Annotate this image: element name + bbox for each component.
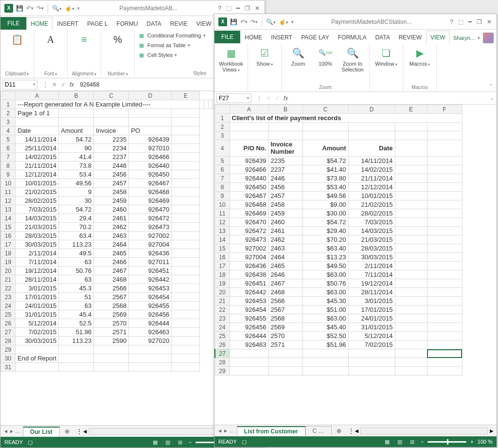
qat-customize[interactable]: ▾	[291, 19, 294, 24]
cell-C20[interactable]: 2467	[94, 267, 129, 275]
cell-A23[interactable]: 926455	[230, 314, 268, 323]
expand-formula-bar[interactable]: ⌄	[487, 95, 497, 101]
hscroll-left[interactable]: ◄	[354, 428, 360, 434]
cell-B29[interactable]	[268, 367, 302, 376]
cell-F27[interactable]	[427, 349, 462, 358]
cell-E6[interactable]	[395, 165, 427, 174]
help-button[interactable]: ?	[450, 18, 453, 25]
cell-E5[interactable]	[395, 157, 427, 165]
cell-B2[interactable]	[268, 123, 302, 131]
cell-E9[interactable]	[395, 192, 427, 200]
cell-B30[interactable]	[59, 354, 94, 363]
cell-C15[interactable]: 2462	[94, 223, 129, 232]
cell-A25[interactable]: 31/01/2015	[16, 310, 59, 319]
cell-C26[interactable]: 2570	[94, 319, 129, 328]
cell-C2[interactable]	[302, 123, 348, 131]
cell-B20[interactable]: 50.76	[59, 267, 94, 275]
page-layout-view-icon[interactable]: ▥	[163, 439, 172, 446]
cell-E14[interactable]	[172, 214, 200, 223]
cell-E14[interactable]	[395, 235, 427, 244]
tab-scroll-right[interactable]: ►	[223, 428, 228, 433]
cell-D10[interactable]: 926467	[129, 179, 172, 188]
cell-A29[interactable]	[16, 345, 59, 354]
cell-C5[interactable]: 2235	[94, 135, 129, 144]
col-header-D[interactable]: D	[129, 91, 172, 100]
zoom-out-button[interactable]: −	[189, 439, 192, 445]
cell-B29[interactable]	[59, 345, 94, 354]
cell-C6[interactable]: $41.40	[302, 165, 348, 174]
hscroll-track[interactable]	[360, 428, 488, 434]
cell-B4[interactable]: InvoiceNumber	[268, 140, 302, 157]
cell-B31[interactable]	[59, 363, 94, 372]
cell-C23[interactable]: 2567	[94, 293, 129, 302]
cell-B8[interactable]: 73.8	[59, 161, 94, 170]
cell-A19[interactable]: 7/11/2014	[16, 258, 59, 267]
cell-C18[interactable]: $63.00	[302, 270, 348, 279]
number-button[interactable]: %	[105, 32, 130, 47]
cell-E16[interactable]	[172, 232, 200, 240]
cell-D30[interactable]	[129, 354, 172, 363]
tab-home[interactable]: HOME	[240, 31, 267, 43]
new-sheet-button[interactable]: ⊕	[332, 428, 346, 434]
cell-D2[interactable]	[129, 109, 172, 118]
col-header-C[interactable]: C	[302, 105, 348, 114]
cell-F16[interactable]	[427, 253, 462, 262]
cell-E8[interactable]	[172, 161, 200, 170]
cell-A8[interactable]: 926450	[230, 183, 268, 192]
row-header-13[interactable]: 13	[1, 205, 16, 214]
select-all-corner[interactable]	[215, 105, 230, 114]
alignment-button[interactable]: ≡	[71, 32, 97, 47]
cell-A3[interactable]	[230, 131, 268, 140]
cell-E31[interactable]	[172, 363, 200, 372]
cell-B8[interactable]: 2456	[268, 183, 302, 192]
cell-C16[interactable]: $13.23	[302, 253, 348, 262]
cell-A3[interactable]	[16, 118, 59, 126]
cell-D16[interactable]: 927002	[129, 232, 172, 240]
maximize-button[interactable]: ❐	[477, 18, 482, 25]
cell-D8[interactable]: 926440	[129, 161, 172, 170]
cell-E25[interactable]	[172, 310, 200, 319]
cell-E12[interactable]	[172, 197, 200, 205]
cell-C22[interactable]: 2566	[94, 284, 129, 293]
cell-A22[interactable]: 3/01/2015	[16, 284, 59, 293]
cell-A14[interactable]: 14/03/2015	[16, 214, 59, 223]
cell-D3[interactable]	[129, 118, 172, 126]
page-break-view-icon[interactable]: ⊞	[176, 439, 185, 446]
row-header-23[interactable]: 23	[215, 314, 230, 323]
row-header-16[interactable]: 16	[215, 253, 230, 262]
cell-A6[interactable]: 25/11/2014	[16, 144, 59, 153]
hscroll-right[interactable]: ►	[489, 428, 495, 434]
cell-F10[interactable]	[427, 200, 462, 209]
cell-D22[interactable]: 926453	[129, 284, 172, 293]
cell-E15[interactable]	[172, 223, 200, 232]
cell-B10[interactable]: 49.56	[59, 179, 94, 188]
cell-A7[interactable]: 926440	[230, 174, 268, 183]
cell-B28[interactable]	[268, 358, 302, 367]
cell-A26[interactable]: 5/12/2014	[16, 319, 59, 328]
cell-A10[interactable]: 926468	[230, 200, 268, 209]
zoom-selection-button[interactable]: 🔍Zoom to Selection	[340, 45, 365, 73]
cell-A1[interactable]: Client's list of their payment records	[230, 114, 462, 123]
maximize-button[interactable]: ❐	[245, 5, 250, 12]
cell-C13[interactable]: $29.40	[302, 227, 348, 235]
cell-D29[interactable]	[129, 345, 172, 354]
new-sheet-button[interactable]: ⊕	[60, 428, 74, 435]
worksheet-grid[interactable]: ABCDEF1Client's list of their payment re…	[214, 105, 497, 425]
cell-B5[interactable]: 54.72	[59, 135, 94, 144]
cell-A18[interactable]: 2/11/2014	[16, 249, 59, 258]
cell-C13[interactable]: 2460	[94, 205, 129, 214]
cell-E19[interactable]	[395, 279, 427, 288]
cell-D20[interactable]: 28/11/2014	[348, 288, 395, 297]
row-header-17[interactable]: 17	[1, 240, 16, 249]
row-header-10[interactable]: 10	[215, 200, 230, 209]
row-header-21[interactable]: 21	[215, 297, 230, 305]
cell-D4[interactable]: Date	[348, 140, 395, 157]
row-header-7[interactable]: 7	[215, 174, 230, 183]
row-header-29[interactable]: 29	[215, 367, 230, 376]
cell-E9[interactable]	[172, 170, 200, 179]
cell-D25[interactable]: 926456	[129, 310, 172, 319]
cell-C27[interactable]: 2571	[94, 328, 129, 337]
cell-E25[interactable]	[395, 332, 427, 340]
cell-F12[interactable]	[427, 218, 462, 227]
name-box[interactable]: D11▾	[2, 80, 37, 90]
